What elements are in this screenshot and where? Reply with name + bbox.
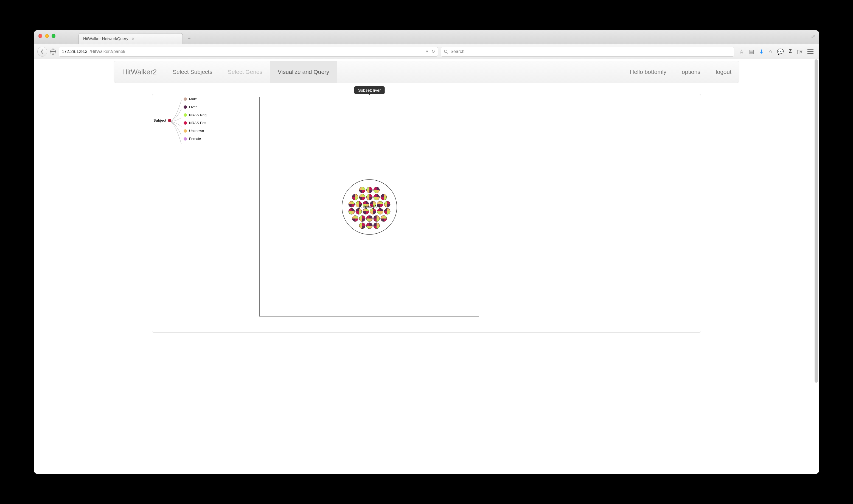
main-panel: Subject Male Liver NRAS Neg NRAS Pos Unk… [152,94,701,333]
legend-label: Female [189,137,201,141]
nav-options[interactable]: options [674,69,708,75]
titlebar: HitWalker NetworkQuery ✕ ＋ ⤢ [34,30,819,44]
zoom-window-button[interactable] [52,34,55,38]
visualization-panel[interactable]: Subset: liver Subject (28) [259,97,479,317]
zotero-icon[interactable]: Z [789,49,792,54]
legend-label: Liver [189,105,197,109]
page-scrollbar[interactable] [814,59,818,474]
window-controls [38,34,55,38]
menu-icon[interactable] [807,49,814,54]
legend-root-dot [168,119,171,122]
toolbar-icons: ☆ ▤ ⬇ ⌂ 💬 Z ▯▾ [737,48,816,55]
url-host: 172.28.128.3 [62,49,87,54]
nav-visualize-query[interactable]: Visualize and Query [270,61,337,83]
app-brand[interactable]: HitWalker2 [114,68,165,76]
search-icon [444,49,448,54]
minimize-window-button[interactable] [45,34,49,38]
legend-root-label: Subject [153,118,166,122]
chat-icon[interactable]: 💬 [777,48,784,55]
nav-select-genes: Select Genes [220,61,270,83]
legend-label: NRAS Neg [189,113,207,117]
nav-greeting: Hello bottomly [622,69,674,75]
nav-select-subjects[interactable]: Select Subjects [165,61,220,83]
new-tab-button[interactable]: ＋ [184,34,194,42]
legend-label: NRAS Pos [189,121,206,125]
page-icon[interactable]: ▯▾ [797,48,802,55]
nav-logout[interactable]: logout [708,69,739,75]
search-bar[interactable]: Search [441,47,734,57]
bookmark-star-icon[interactable]: ☆ [739,48,744,55]
globe-icon [50,49,56,55]
search-placeholder: Search [450,49,465,54]
legend-item-liver[interactable]: Liver [184,105,247,109]
legend-item-female[interactable]: Female [184,137,247,141]
scrollbar-thumb[interactable] [815,59,818,383]
legend-item-nras-pos[interactable]: NRAS Pos [184,121,247,125]
legend-item-male[interactable]: Male [184,97,247,101]
fullscreen-icon[interactable]: ⤢ [811,34,815,39]
page-content: HitWalker2 Select Subjects Select Genes … [34,59,819,474]
tab-close-icon[interactable]: ✕ [131,37,135,41]
url-path: /HitWalker2/panel/ [89,49,125,54]
downloads-icon[interactable]: ⬇ [759,48,764,55]
reload-icon[interactable]: ↻ [432,49,435,54]
dropdown-icon[interactable]: ▾ [426,49,428,54]
reader-icon[interactable]: ▤ [749,48,754,55]
legend-item-nras-neg[interactable]: NRAS Neg [184,113,247,117]
cluster-label: Subject (28) [359,204,380,209]
legend-branches [169,98,186,147]
subset-tooltip: Subset: liver [354,86,385,94]
browser-tab[interactable]: HitWalker NetworkQuery ✕ [78,33,183,44]
legend-item-unknown[interactable]: Unknown [184,129,247,133]
legend-root[interactable]: Subject [153,118,171,122]
back-button[interactable] [37,47,47,57]
chevron-left-icon [40,49,45,54]
home-icon[interactable]: ⌂ [769,48,772,55]
svg-line-1 [447,52,448,54]
url-toolbar: 172.28.128.3/HitWalker2/panel/ ▾ ↻ Searc… [34,44,819,59]
tab-title: HitWalker NetworkQuery [83,36,128,41]
legend-label: Male [189,97,197,101]
close-window-button[interactable] [38,34,42,38]
address-bar[interactable]: 172.28.128.3/HitWalker2/panel/ ▾ ↻ [59,47,438,57]
subject-cluster[interactable]: Subject (28) [260,97,479,317]
app-navbar: HitWalker2 Select Subjects Select Genes … [114,61,739,83]
browser-window: HitWalker NetworkQuery ✕ ＋ ⤢ 172.28.128.… [34,30,819,474]
legend: Subject Male Liver NRAS Neg NRAS Pos Unk… [153,97,247,152]
legend-label: Unknown [189,129,204,133]
